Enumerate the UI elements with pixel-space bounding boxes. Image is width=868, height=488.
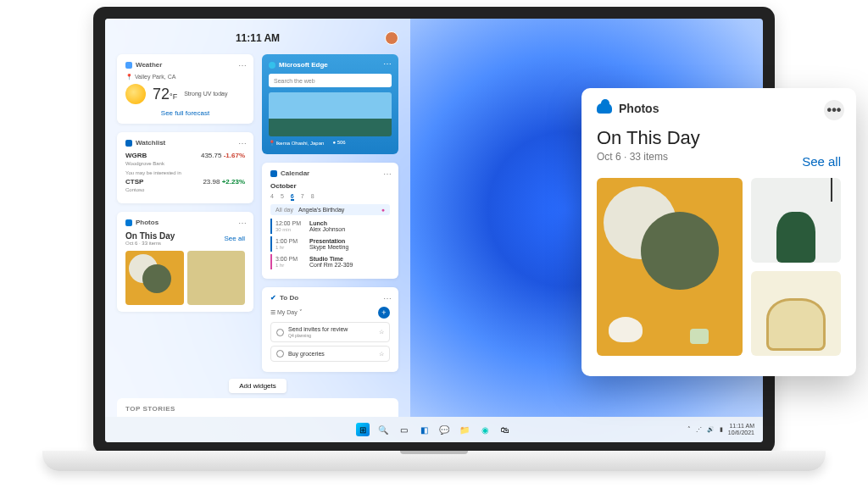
watchlist-widget[interactable]: Watchlist ⋯ WGRBWoodgrove Bank 435.75 -1… [117,132,253,203]
photos-app-label: Photos [619,102,659,115]
widgets-icon[interactable]: ◧ [417,423,431,436]
calendar-event[interactable]: 1:00 PM1 hr PresentationSkype Meeting [270,236,390,252]
edge-title: Microsoft Edge [279,61,328,69]
task-checkbox[interactable] [276,350,284,358]
weather-widget[interactable]: Weather ⋯ 📍 Valley Park, CA 72°F Strong … [117,54,253,124]
add-widgets-button[interactable]: Add widgets [229,379,287,393]
taskview-icon[interactable]: ▭ [397,423,410,436]
more-button[interactable]: ••• [824,100,844,120]
more-icon[interactable]: ⋯ [383,169,392,179]
more-icon[interactable]: ⋯ [238,61,247,70]
weather-uv: Strong UV today [184,90,227,97]
weather-location: Valley Park, CA [135,74,176,80]
edge-image [269,92,392,136]
laptop-base [42,451,826,471]
photo-thumb[interactable] [125,251,184,305]
search-icon[interactable]: 🔍 [376,423,390,436]
edge-widget[interactable]: Microsoft Edge ⋯ Search the web 📍 Ikema … [262,54,398,154]
weather-temp: 72 [153,86,170,103]
todo-title: To Do [280,294,298,302]
watchlist-title: Watchlist [136,139,165,147]
volume-icon[interactable]: 🔊 [707,426,715,433]
calendar-title: Calendar [281,169,309,177]
photos-card-large: Photos ••• On This Day Oct 6 · 33 items … [581,88,856,376]
more-icon[interactable]: ⋯ [383,59,392,69]
start-button[interactable]: ⊞ [356,423,370,436]
sun-icon [125,84,146,104]
calendar-month: October [270,182,390,190]
onedrive-icon [597,103,612,114]
watchlist-note: You may be interested in [125,170,245,175]
photos-sub: Oct 6 · 33 items [125,241,175,246]
wifi-icon[interactable]: ⋰ [696,426,702,433]
todo-widget[interactable]: ✔To Do ⋯ ☰ My Day ˅ + Send invites for r… [262,287,398,372]
calendar-event[interactable]: 12:00 PM30 min LunchAlex Johnson [270,219,390,234]
top-stories-widget: TOP STORIES USA Today · 3 mins One of th… [117,398,398,417]
big-photos-title: On This Day [597,127,841,149]
chevron-up-icon[interactable]: ˄ [687,426,691,433]
star-icon[interactable]: ☆ [379,351,384,358]
task-item[interactable]: Buy groceries ☆ [270,346,390,362]
photos-widget[interactable]: Photos ⋯ On This Day Oct 6 · 33 items Se… [117,212,253,312]
add-task-button[interactable]: + [378,307,390,319]
explorer-icon[interactable]: 📁 [458,423,471,436]
more-icon[interactable]: ⋯ [383,294,392,303]
photo-thumb[interactable] [187,251,246,305]
calendar-day-picker[interactable]: 4 5 6 7 8 [270,193,390,201]
photos-heading: On This Day [125,231,175,241]
panel-header: 11:11 AM [117,27,398,49]
allday-event[interactable]: All day Angela's Birthday ● [270,204,390,215]
photo-large[interactable] [597,178,743,356]
see-all-link[interactable]: See all [802,154,841,169]
calendar-event[interactable]: 3:00 PM1 hr Studio TimeConf Rm 22-309 [270,254,390,269]
panel-time: 11:11 AM [236,32,280,44]
todo-list-selector[interactable]: ☰ My Day ˅ [270,309,303,316]
task-checkbox[interactable] [276,329,284,336]
edge-location: 📍 Ikema Ohashi, Japan [269,140,324,146]
photo-thumb[interactable] [751,178,841,263]
photo-thumb[interactable] [751,271,841,356]
photos-title: Photos [136,219,159,226]
taskbar: ⊞ 🔍 ▭ ◧ 💬 📁 ◉ 🛍 ˄ ⋰ 🔊 ▮ 11:11 AM10/6/202… [105,417,763,442]
widgets-panel: 11:11 AM Weather ⋯ 📍 Valley Park, CA 72°… [105,19,410,417]
see-all-link[interactable]: See all [225,235,245,242]
see-forecast-link[interactable]: See full forecast [161,109,209,117]
stories-heading: TOP STORIES [125,405,390,413]
user-avatar[interactable] [385,31,398,45]
calendar-widget[interactable]: Calendar ⋯ October 4 5 6 7 8 All day An [262,163,398,279]
store-icon[interactable]: 🛍 [498,423,512,436]
chat-icon[interactable]: 💬 [437,423,451,436]
weather-title: Weather [136,61,162,69]
system-tray[interactable]: ˄ ⋰ 🔊 ▮ 11:11 AM10/6/2021 [687,423,754,435]
battery-icon[interactable]: ▮ [720,426,723,433]
star-icon[interactable]: ☆ [379,329,384,336]
task-item[interactable]: Send invites for reviewQ4 planning ☆ [270,322,390,342]
more-icon[interactable]: ⋯ [238,139,247,148]
more-icon[interactable]: ⋯ [238,219,247,228]
edge-icon[interactable]: ◉ [478,423,492,436]
edge-points: ● 506 [332,140,345,146]
search-input[interactable]: Search the web [269,74,392,87]
